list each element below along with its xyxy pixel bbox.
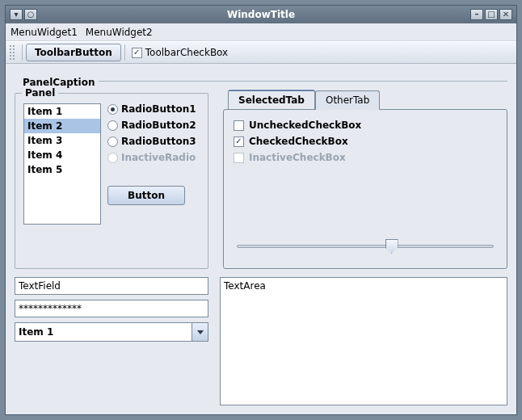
- combobox[interactable]: Item 1: [15, 322, 208, 342]
- toolbar-button[interactable]: ToolbarButton: [26, 44, 121, 61]
- checkbox-icon: [234, 120, 244, 131]
- toolbar-checkbox[interactable]: ✓ ToolbarCheckBox: [128, 44, 231, 61]
- radio-icon: [107, 136, 118, 147]
- list-item[interactable]: Item 1: [24, 104, 100, 119]
- listbox[interactable]: Item 1Item 2Item 3Item 4Item 5: [23, 103, 101, 225]
- checkbox-icon: ✓: [234, 136, 244, 147]
- panel-group-label: Panel: [22, 87, 58, 99]
- radio-icon: [107, 153, 118, 163]
- toolbar-separator: [22, 44, 23, 61]
- checkbox-icon: ✓: [132, 48, 142, 58]
- slider-track: [237, 245, 494, 248]
- checkbox-row[interactable]: UncheckedCheckBox: [234, 120, 497, 131]
- maximize-button[interactable]: □: [485, 9, 498, 20]
- minimize-button[interactable]: –: [470, 9, 483, 20]
- radio-button[interactable]: RadioButton1: [107, 103, 196, 115]
- checkbox-label: UncheckedCheckBox: [249, 120, 361, 131]
- divider: [95, 81, 507, 82]
- text-field[interactable]: TextField: [15, 277, 208, 295]
- content-area: PanelCaption Panel Item 1Item 2Item 3Ite…: [6, 64, 516, 414]
- toolbar-handle-icon[interactable]: [9, 44, 15, 61]
- menubar: MenuWidget1MenuWidget2: [6, 23, 516, 41]
- menu-item[interactable]: MenuWidget2: [86, 27, 153, 38]
- radio-label: RadioButton1: [121, 103, 196, 115]
- chevron-down-icon[interactable]: [192, 323, 208, 341]
- menu-item[interactable]: MenuWidget1: [11, 27, 78, 38]
- password-field[interactable]: *************: [15, 300, 208, 317]
- toolbar-separator: [124, 44, 125, 61]
- toolbar: ToolbarButton ✓ ToolbarCheckBox: [6, 41, 516, 64]
- titlebar[interactable]: ▾○ WindowTitle –□✕: [6, 6, 516, 23]
- panel-group: Panel Item 1Item 2Item 3Item 4Item 5 Rad…: [15, 93, 208, 269]
- radio-button: InactiveRadio: [107, 152, 196, 163]
- window-title: WindowTitle: [6, 9, 516, 20]
- checkbox-label: InactiveCheckBox: [249, 152, 346, 163]
- menu-down-button[interactable]: ▾: [10, 9, 23, 20]
- radio-icon: [107, 120, 118, 131]
- tab-pane: SelectedTabOtherTab UncheckedCheckBox✓Ch…: [223, 90, 507, 269]
- button[interactable]: Button: [107, 186, 185, 205]
- toolbar-checkbox-label: ToolbarCheckBox: [145, 47, 228, 58]
- text-area[interactable]: TextArea: [220, 277, 507, 405]
- radio-icon: [107, 104, 118, 115]
- tab[interactable]: OtherTab: [315, 90, 380, 110]
- list-item[interactable]: Item 3: [24, 133, 100, 148]
- tab-body: UncheckedCheckBox✓CheckedCheckBoxInactiv…: [223, 109, 507, 269]
- radio-button[interactable]: RadioButton2: [107, 120, 196, 131]
- combobox-value: Item 1: [19, 326, 53, 338]
- window: ▾○ WindowTitle –□✕ MenuWidget1MenuWidget…: [5, 5, 517, 415]
- slider[interactable]: [234, 237, 497, 254]
- menu-circle-button[interactable]: ○: [24, 9, 37, 20]
- list-item[interactable]: Item 2: [24, 119, 100, 133]
- checkbox-row[interactable]: ✓CheckedCheckBox: [234, 136, 497, 147]
- tab[interactable]: SelectedTab: [228, 90, 315, 109]
- slider-thumb-icon[interactable]: [385, 239, 398, 254]
- radio-label: InactiveRadio: [121, 152, 196, 163]
- panel-caption: PanelCaption: [19, 77, 99, 88]
- checkbox-label: CheckedCheckBox: [249, 136, 348, 147]
- list-item[interactable]: Item 5: [24, 162, 100, 177]
- checkbox-row: InactiveCheckBox: [234, 152, 497, 163]
- radio-label: RadioButton3: [121, 136, 196, 147]
- close-button[interactable]: ✕: [499, 9, 512, 20]
- radio-button[interactable]: RadioButton3: [107, 136, 196, 147]
- checkbox-icon: [234, 153, 244, 163]
- radio-label: RadioButton2: [121, 120, 196, 131]
- list-item[interactable]: Item 4: [24, 148, 100, 162]
